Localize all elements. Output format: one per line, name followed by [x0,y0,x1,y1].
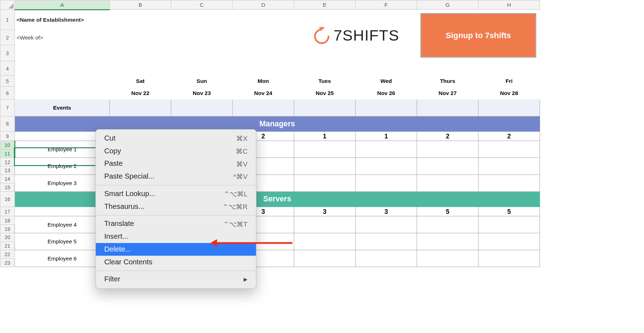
day-wed[interactable]: Wed [355,75,417,86]
row-header-17[interactable]: 17 [0,207,15,216]
menu-clear-contents[interactable]: Clear Contents [96,256,256,269]
week-subtitle[interactable]: <Week of> [15,30,294,45]
col-header-E[interactable]: E [294,0,355,10]
row-header-20[interactable]: 20 [0,233,15,242]
select-all-corner[interactable] [0,0,15,10]
col-header-C[interactable]: C [171,0,233,10]
day-tue[interactable]: Tues [294,75,355,86]
row-header-19[interactable]: 19 [0,224,15,233]
day-fri[interactable]: Fri [478,75,540,86]
row-header-11[interactable]: 11 [0,149,15,158]
col-header-B[interactable]: B [110,0,171,10]
row-header-6[interactable]: 6 [0,86,15,99]
column-header-row: A B C D E F G H [0,0,540,10]
row-header-23[interactable]: 23 [0,258,15,267]
row-header-7[interactable]: 7 [0,99,15,116]
menu-smart-lookup[interactable]: Smart Lookup...⌃⌥⌘L [96,187,256,200]
day-mon[interactable]: Mon [233,75,294,86]
col-header-G[interactable]: G [417,0,478,10]
clock-icon [312,25,332,46]
row-header-3[interactable]: 3 [0,45,15,61]
col-header-F[interactable]: F [355,0,417,10]
row-header-10[interactable]: 10 [0,141,15,149]
date-4[interactable]: Nov 26 [355,86,417,99]
date-3[interactable]: Nov 25 [294,86,355,99]
menu-paste-special[interactable]: Paste Special...^⌘V [96,170,256,183]
menu-filter[interactable]: Filter▶ [96,273,256,286]
row-header-16[interactable]: 16 [0,191,15,207]
row-header-5[interactable]: 5 [0,75,15,86]
col-header-A[interactable]: A [15,0,110,10]
spreadsheet-grid: A B C D E F G H 1 <Name of Establishment… [0,0,540,267]
menu-delete[interactable]: Delete... [96,243,256,256]
signup-button[interactable]: Signup to 7shifts [420,13,536,58]
row-header-22[interactable]: 22 [0,250,15,259]
row-header-21[interactable]: 21 [0,242,15,250]
row-header-9[interactable]: 9 [0,131,15,141]
date-6[interactable]: Nov 28 [478,86,540,99]
menu-cut[interactable]: Cut⌘X [96,132,256,145]
events-label[interactable]: Events [15,99,110,116]
svg-rect-0 [319,27,324,29]
date-1[interactable]: Nov 23 [171,86,233,99]
row-header-4[interactable]: 4 [0,61,15,75]
row-header-8[interactable]: 8 [0,116,15,132]
row-header-12[interactable]: 12 [0,158,15,166]
day-sun[interactable]: Sun [171,75,233,86]
context-menu: Cut⌘X Copy⌘C Paste⌘V Paste Special...^⌘V… [95,129,256,289]
menu-paste[interactable]: Paste⌘V [96,158,256,170]
establishment-title[interactable]: <Name of Establishment> [15,10,294,30]
annotation-arrow [216,242,292,244]
chevron-right-icon: ▶ [244,276,248,282]
date-5[interactable]: Nov 27 [417,86,478,99]
menu-translate[interactable]: Translate⌃⌥⌘T [96,218,256,231]
menu-insert[interactable]: Insert... [96,230,256,243]
day-sat[interactable]: Sat [110,75,171,86]
row-header-2[interactable]: 2 [0,30,15,45]
day-thu[interactable]: Thurs [417,75,478,86]
logo-cell: 7SHIFTS [294,10,417,61]
col-header-H[interactable]: H [478,0,540,10]
date-2[interactable]: Nov 24 [233,86,294,99]
managers-section[interactable]: Managers [15,116,540,132]
menu-copy[interactable]: Copy⌘C [96,145,256,158]
servers-section[interactable]: Servers [15,191,540,207]
date-0[interactable]: Nov 22 [110,86,171,99]
row-header-15[interactable]: 15 [0,183,15,192]
row-header-1[interactable]: 1 [0,10,15,30]
row-header-18[interactable]: 18 [0,216,15,224]
col-header-D[interactable]: D [233,0,294,10]
row-header-14[interactable]: 14 [0,175,15,183]
row-header-13[interactable]: 13 [0,166,15,175]
signup-cell: Signup to 7shifts [417,10,540,61]
menu-thesaurus[interactable]: Thesaurus...⌃⌥⌘R [96,200,256,213]
logo-text: 7SHIFTS [334,26,399,44]
